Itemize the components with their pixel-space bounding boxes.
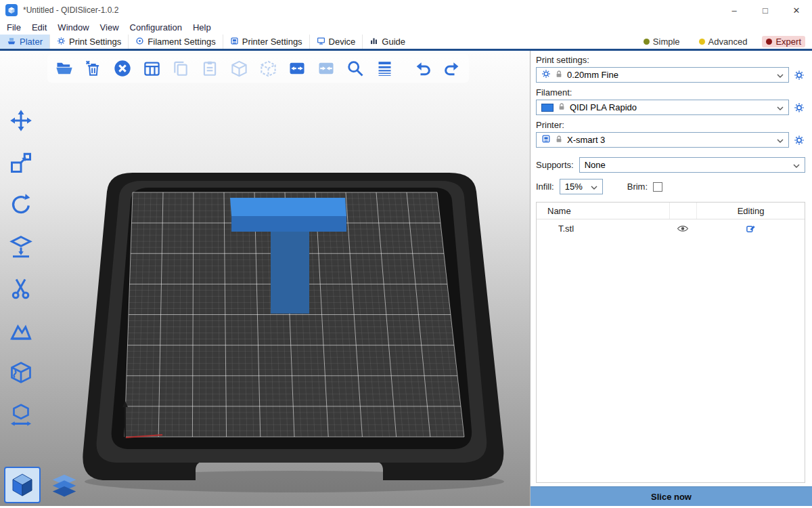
preview-view-button[interactable] bbox=[46, 467, 83, 503]
mode-simple[interactable]: Simple bbox=[639, 36, 684, 47]
view-cube-icon bbox=[9, 471, 36, 499]
undo-button[interactable] bbox=[411, 57, 434, 80]
copy-button[interactable] bbox=[169, 57, 192, 80]
filament-value: QIDI PLA Rapido bbox=[570, 102, 637, 112]
menu-file[interactable]: File bbox=[1, 22, 26, 33]
supports-combo[interactable]: None bbox=[579, 157, 805, 173]
menu-view[interactable]: View bbox=[95, 22, 125, 33]
mode-advanced[interactable]: Advanced bbox=[695, 36, 752, 47]
scale-button[interactable] bbox=[5, 147, 37, 178]
object-list: Name Editing T.stl bbox=[536, 202, 805, 483]
delete-all-button[interactable] bbox=[111, 57, 134, 80]
search-button[interactable] bbox=[344, 57, 367, 80]
printer-label: Printer: bbox=[536, 120, 805, 130]
lock-icon bbox=[558, 102, 566, 113]
layers-icon bbox=[49, 469, 80, 501]
print-settings-label: Print settings: bbox=[536, 55, 805, 65]
tab-filament-settings[interactable]: Filament Settings bbox=[128, 35, 222, 49]
column-name: Name bbox=[537, 206, 669, 216]
infill-value: 15% bbox=[565, 182, 583, 192]
object-edit-icon[interactable] bbox=[696, 219, 805, 238]
eye-icon[interactable] bbox=[669, 219, 696, 238]
supports-value: None bbox=[585, 160, 606, 170]
printer-icon bbox=[541, 134, 551, 146]
add-instance-button[interactable] bbox=[286, 57, 309, 80]
filament-icon bbox=[135, 37, 144, 47]
menu-window[interactable]: Window bbox=[52, 22, 94, 33]
filament-color-swatch bbox=[541, 104, 554, 112]
brim-label: Brim: bbox=[627, 182, 648, 192]
menu-bar: File Edit Window View Configuration Help bbox=[0, 20, 812, 35]
tab-device[interactable]: Device bbox=[309, 35, 363, 49]
title-bar: *Untitled - QIDISlicer-1.0.2 – □ ✕ bbox=[0, 0, 812, 20]
redo-button[interactable] bbox=[441, 57, 464, 80]
rotate-button[interactable] bbox=[5, 189, 37, 220]
filament-label: Filament: bbox=[536, 87, 805, 98]
measure-button[interactable] bbox=[5, 399, 37, 430]
paint-supports-button[interactable] bbox=[5, 315, 37, 346]
move-button[interactable] bbox=[5, 105, 37, 136]
print-settings-gear-button[interactable] bbox=[793, 70, 805, 81]
preset-gear-icon bbox=[541, 69, 551, 81]
top-toolbar bbox=[47, 54, 469, 83]
tab-bar: Plater Print Settings Filament Settings … bbox=[0, 35, 812, 51]
split-parts-button[interactable] bbox=[256, 57, 279, 80]
place-on-face-button[interactable] bbox=[5, 231, 37, 262]
tab-guide[interactable]: Guide bbox=[362, 35, 412, 49]
tab-printer-settings[interactable]: Printer Settings bbox=[223, 35, 309, 49]
remove-instance-button[interactable] bbox=[315, 57, 338, 80]
split-objects-button[interactable] bbox=[227, 57, 250, 80]
column-editing: Editing bbox=[696, 203, 805, 219]
mode-expert[interactable]: Expert bbox=[762, 36, 805, 47]
chevron-down-icon bbox=[793, 160, 800, 170]
delete-button[interactable] bbox=[82, 57, 105, 80]
view-mode-buttons bbox=[4, 467, 83, 503]
object-list-row[interactable]: T.stl bbox=[537, 219, 805, 238]
infill-combo[interactable]: 15% bbox=[560, 179, 603, 194]
filament-combo[interactable]: QIDI PLA Rapido bbox=[536, 100, 789, 115]
object-list-header: Name Editing bbox=[537, 203, 805, 219]
tab-print-settings[interactable]: Print Settings bbox=[49, 35, 128, 49]
arrange-button[interactable] bbox=[140, 57, 163, 80]
print-settings-value: 0.20mm Fine bbox=[567, 70, 618, 80]
paste-button[interactable] bbox=[198, 57, 221, 80]
app-logo-icon bbox=[5, 4, 18, 16]
chevron-down-icon bbox=[777, 70, 784, 80]
print-settings-combo[interactable]: 0.20mm Fine bbox=[536, 67, 789, 83]
mode-switcher: Simple Advanced Expert bbox=[639, 35, 812, 49]
chevron-down-icon bbox=[777, 135, 784, 145]
menu-edit[interactable]: Edit bbox=[26, 22, 52, 33]
brim-checkbox[interactable] bbox=[653, 182, 662, 192]
simple-mode-dot-icon bbox=[644, 39, 650, 45]
supports-label: Supports: bbox=[536, 160, 574, 170]
seam-button[interactable] bbox=[5, 357, 37, 388]
infill-label: Infill: bbox=[536, 182, 554, 192]
close-button[interactable]: ✕ bbox=[781, 0, 812, 20]
lock-icon bbox=[555, 70, 563, 81]
print-settings-icon bbox=[57, 37, 66, 47]
window-title: *Untitled - QIDISlicer-1.0.2 bbox=[23, 5, 118, 15]
viewport-3d[interactable] bbox=[0, 51, 530, 506]
printer-icon bbox=[230, 37, 239, 47]
advanced-mode-dot-icon bbox=[699, 39, 705, 45]
left-toolbar bbox=[5, 105, 37, 430]
printer-gear-button[interactable] bbox=[793, 135, 805, 146]
open-button[interactable] bbox=[53, 57, 76, 80]
expert-mode-dot-icon bbox=[766, 39, 772, 45]
filament-gear-button[interactable] bbox=[793, 102, 805, 113]
tab-plater[interactable]: Plater bbox=[0, 35, 49, 49]
object-name: T.stl bbox=[537, 224, 669, 234]
chevron-down-icon bbox=[777, 102, 784, 112]
menu-configuration[interactable]: Configuration bbox=[125, 22, 187, 33]
scene-canvas[interactable] bbox=[0, 51, 530, 506]
slice-now-button[interactable]: Slice now bbox=[531, 486, 812, 506]
maximize-button[interactable]: □ bbox=[750, 0, 781, 20]
printer-combo[interactable]: X-smart 3 bbox=[536, 132, 789, 148]
cut-button[interactable] bbox=[5, 273, 37, 304]
menu-help[interactable]: Help bbox=[187, 22, 217, 33]
minimize-button[interactable]: – bbox=[719, 0, 750, 20]
variable-layer-height-button[interactable] bbox=[373, 57, 396, 80]
editor-view-button[interactable] bbox=[4, 467, 41, 503]
device-icon bbox=[317, 37, 325, 47]
column-visibility bbox=[669, 203, 696, 219]
